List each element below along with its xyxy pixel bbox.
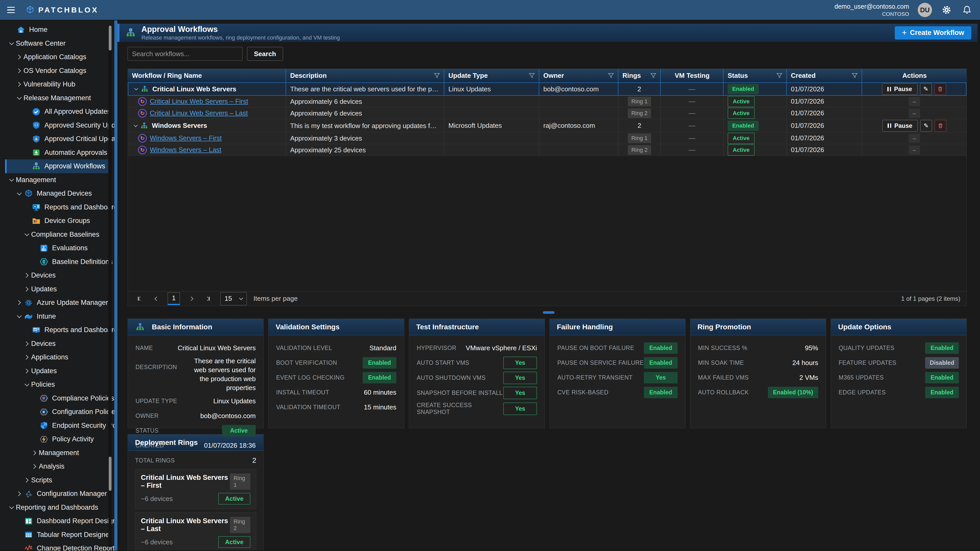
sidebar-item-intune-management[interactable]: Management <box>5 446 109 460</box>
scrollbar-down-arrow[interactable] <box>108 547 111 549</box>
sidebar-item-management[interactable]: Management <box>5 173 109 187</box>
page-size-select[interactable]: 15 <box>220 292 247 305</box>
sidebar-item-vulnerability-hub[interactable]: Vulnerability Hub <box>5 78 109 91</box>
table-row-workflow[interactable]: Critical Linux Web Servers These are the… <box>128 83 966 96</box>
hamburger-menu-button[interactable] <box>7 4 18 16</box>
sidebar-item-devices[interactable]: Devices <box>5 268 109 283</box>
sidebar-item-updates[interactable]: Updates <box>5 283 109 296</box>
sidebar-item-applications[interactable]: Applications <box>5 351 109 364</box>
ring-link[interactable]: Windows Servers – First <box>150 134 222 142</box>
sidebar-item-os-vendor-catalogs[interactable]: OS Vendor Catalogs <box>5 64 109 78</box>
items-per-page-label: Items per page <box>253 295 298 303</box>
delete-button[interactable] <box>934 83 946 95</box>
sccm-icon <box>24 489 34 499</box>
sidebar-item-analysis[interactable]: Analysis <box>5 460 109 473</box>
sidebar-item-release-management[interactable]: Release Management <box>5 91 109 105</box>
table-row-ring[interactable]: ↻Windows Servers – First Approximately 3… <box>128 132 966 144</box>
last-page-button[interactable] <box>204 293 213 304</box>
splitter-handle[interactable] <box>543 311 555 314</box>
sidebar-item-reports-and-dashboards[interactable]: Reports and Dashboards <box>5 200 109 214</box>
row-more-button[interactable]: – <box>909 145 920 155</box>
dashboard-grid-icon <box>24 516 34 526</box>
sidebar-item-application-catalogs[interactable]: Application Catalogs <box>5 50 109 64</box>
expand-chevron-icon[interactable] <box>132 88 140 90</box>
ring-link[interactable]: Critical Linux Web Servers – First <box>150 97 248 105</box>
sidebar-item-scripts[interactable]: Scripts <box>5 473 109 487</box>
sidebar-item-intune-reports[interactable]: Reports and Dashboards <box>5 323 109 337</box>
scrollbar-thumb[interactable] <box>109 457 111 491</box>
filter-icon[interactable] <box>528 73 535 79</box>
pause-button[interactable]: Pause <box>882 120 918 132</box>
table-row-workflow[interactable]: Windows Servers This is my test workflow… <box>128 119 966 132</box>
sidebar-item-compliance-baselines[interactable]: Compliance Baselines <box>5 228 109 241</box>
sidebar-item-all-approved-updates[interactable]: All Approved Updates <box>5 105 109 119</box>
filter-icon[interactable] <box>434 73 440 79</box>
sidebar-item-evaluations[interactable]: Evaluations <box>5 241 109 255</box>
column-header-description[interactable]: Description <box>286 69 444 83</box>
sidebar-item-configuration-manager[interactable]: Configuration Manager <box>5 487 109 501</box>
sidebar-item-dashboard-report-designer[interactable]: Dashboard Report Designer <box>5 514 109 528</box>
sidebar-item-approval-workflows[interactable]: Approval Workflows <box>5 159 109 173</box>
sidebar-item-approved-critical-updates[interactable]: Approved Critical Updates <box>5 132 109 146</box>
table-row-ring[interactable]: ↻Windows Servers – Last Approximately 25… <box>128 144 966 156</box>
update-options-panel: Update Options QUALITY UPDATESEnabled FE… <box>831 319 967 428</box>
column-header-created[interactable]: Created <box>787 69 862 83</box>
column-header-name[interactable]: Workflow / Ring Name <box>128 69 286 83</box>
previous-page-button[interactable] <box>151 293 161 304</box>
column-header-owner[interactable]: Owner <box>539 69 618 83</box>
panel-title: Failure Handling <box>557 323 613 331</box>
sidebar-item-managed-devices[interactable]: Managed Devices <box>5 187 109 200</box>
sidebar-item-compliance-policies[interactable]: Compliance Policies <box>5 392 109 405</box>
sidebar-item-device-groups[interactable]: Device Groups <box>5 214 109 228</box>
table-row-ring[interactable]: ↻Critical Linux Web Servers – First Appr… <box>128 96 966 107</box>
filter-icon[interactable] <box>776 73 783 79</box>
sidebar-item-software-center[interactable]: Software Center <box>5 37 109 51</box>
create-workflow-button[interactable]: + Create Workflow <box>895 26 971 40</box>
sidebar-item-change-detection-report-designer[interactable]: Change Detection Report Desi <box>5 541 109 551</box>
filter-icon[interactable] <box>608 73 614 79</box>
search-input[interactable] <box>127 47 242 61</box>
edit-button[interactable]: ✎ <box>920 120 932 132</box>
sidebar-item-endpoint-security-policies[interactable]: Endpoint Security Policies <box>5 419 109 433</box>
sidebar-item-configuration-policies[interactable]: Configuration Policies <box>5 405 109 419</box>
chevron-right-icon <box>15 492 24 495</box>
sidebar-item-approved-security-updates[interactable]: Approved Security Updates <box>5 119 109 132</box>
sidebar-item-azure-update-manager[interactable]: Azure Update Manager <box>5 296 109 310</box>
row-more-button[interactable]: – <box>909 134 920 143</box>
row-more-button[interactable]: – <box>909 97 920 106</box>
ring-link[interactable]: Windows Servers – Last <box>150 146 221 154</box>
sidebar-scrollbar[interactable] <box>108 24 112 548</box>
sidebar-item-home[interactable]: Home <box>5 23 109 37</box>
sidebar-item-policy-activity[interactable]: Policy Activity <box>5 432 109 446</box>
expand-chevron-icon[interactable] <box>132 125 139 127</box>
current-page-button[interactable]: 1 <box>168 292 180 305</box>
filter-icon[interactable] <box>851 73 858 79</box>
sidebar-item-automatic-approvals[interactable]: Automatic Approvals <box>5 146 109 160</box>
column-header-update-type[interactable]: Update Type <box>444 69 539 83</box>
row-more-button[interactable]: – <box>909 109 920 118</box>
sidebar-item-reporting-and-dashboards[interactable]: Reporting and Dashboards <box>5 501 109 514</box>
ring-link[interactable]: Critical Linux Web Servers – Last <box>150 109 248 117</box>
scrollbar-thumb[interactable] <box>109 25 111 51</box>
avatar[interactable]: DU <box>918 3 932 17</box>
sidebar-item-intune[interactable]: Intune <box>5 310 109 324</box>
sidebar-item-policies[interactable]: Policies <box>5 378 109 392</box>
settings-gear-icon[interactable] <box>941 4 953 16</box>
filter-icon[interactable] <box>650 73 657 79</box>
search-button[interactable]: Search <box>247 47 283 61</box>
sidebar-item-tabular-report-designer[interactable]: Tabular Report Designer <box>5 528 109 542</box>
notifications-bell-icon[interactable] <box>961 4 973 16</box>
delete-button[interactable] <box>935 120 946 132</box>
column-header-vm-testing[interactable]: VM Testing <box>661 69 724 83</box>
chevron-down-icon <box>22 384 31 386</box>
sidebar-item-intune-devices[interactable]: Devices <box>5 337 109 351</box>
next-page-button[interactable] <box>186 293 197 304</box>
edit-button[interactable]: ✎ <box>920 83 932 95</box>
pause-button[interactable]: Pause <box>882 83 918 95</box>
table-row-ring[interactable]: ↻Critical Linux Web Servers – Last Appro… <box>128 107 966 119</box>
sidebar-item-baseline-definitions[interactable]: Baseline Definitions <box>5 255 109 269</box>
column-header-status[interactable]: Status <box>724 69 787 83</box>
sidebar-item-intune-updates[interactable]: Updates <box>5 364 109 378</box>
first-page-button[interactable] <box>134 293 144 304</box>
column-header-rings[interactable]: Rings <box>618 69 661 83</box>
